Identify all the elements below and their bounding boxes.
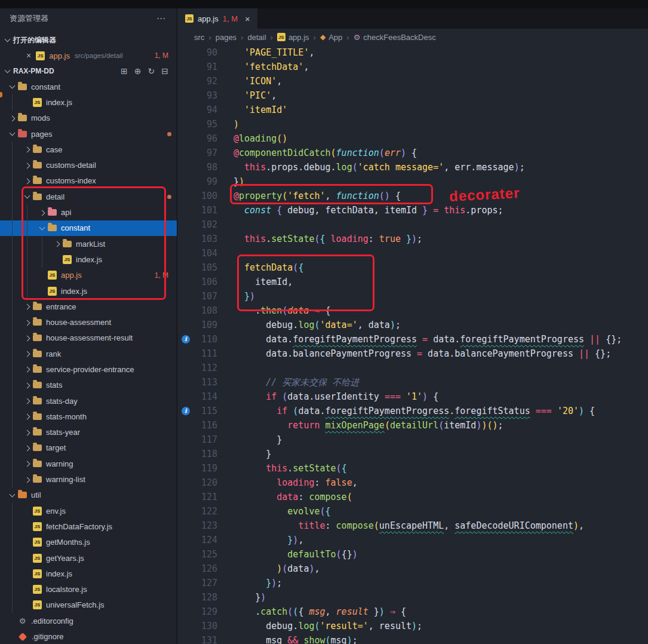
code-line-109[interactable]: 109 debug.log('data=', data); [178,318,648,332]
chevron-down-icon[interactable] [7,487,18,503]
info-icon[interactable]: i [182,335,190,344]
chevron-right-icon[interactable] [22,393,33,409]
chevron-down-icon[interactable] [7,126,18,142]
code-line-125[interactable]: 125 defaultTo({}) [178,547,648,562]
breadcrumb-item-src[interactable]: src [194,33,204,42]
chevron-right-icon[interactable] [22,330,33,346]
code-line-94[interactable]: 94 'itemId' [178,103,648,117]
code-line-101[interactable]: 101 const { debug, fetchData, itemId } =… [178,203,648,217]
code-line-127[interactable]: 127 }); [178,576,648,590]
tree-folder-warning-list[interactable]: warning-list [0,471,177,487]
code-line-116[interactable]: 116 return mixOpenPage(detailUrl(itemId)… [178,418,648,433]
tree-folder-stats-month[interactable]: stats-month [0,409,177,424]
chevron-right-icon[interactable] [22,378,33,393]
tree-file-index.js[interactable]: JSindex.js [0,94,177,110]
tab-app-js[interactable]: JS app.js 1, M × [178,8,257,29]
breadcrumb-item-app-js[interactable]: JSapp.js [277,33,309,42]
code-line-102[interactable]: 102 [178,217,648,232]
tree-folder-entrance[interactable]: entrance [0,299,177,314]
chevron-right-icon[interactable] [22,158,33,173]
tree-folder-markList[interactable]: markList [0,236,177,252]
chevron-right-icon[interactable] [22,315,33,330]
code-line-112[interactable]: 112 [178,361,648,375]
tree-folder-detail[interactable]: detail [0,189,177,204]
tree-folder-util[interactable]: util [0,487,177,503]
breadcrumb-item-checkfeesbackdesc[interactable]: ⚙checkFeesBackDesc [354,33,436,42]
tree-folder-stats[interactable]: stats [0,378,177,393]
code-line-100[interactable]: 100@property('fetch', function() { [178,189,648,203]
refresh-icon[interactable]: ↻ [148,66,155,76]
tree-folder-house-assessment-result[interactable]: house-assessment-result [0,330,177,346]
code-line-126[interactable]: 126 )(data), [178,562,648,576]
code-line-90[interactable]: 90 'PAGE_TITLE', [178,45,648,60]
code-line-91[interactable]: 91 'fetchData', [178,60,648,74]
tree-folder-case[interactable]: case [0,142,177,157]
code-line-120[interactable]: 120 loading: false, [178,476,648,490]
code-line-111[interactable]: 111 data.balancePaymentProgress = data.b… [178,346,648,361]
chevron-down-icon[interactable] [22,189,33,204]
tree-file-fetchDataFactory.js[interactable]: JSfetchDataFactory.js [0,519,177,534]
info-icon[interactable]: i [182,407,190,415]
tree-folder-warning[interactable]: warning [0,456,177,471]
code-line-123[interactable]: 123 title: compose(unEscapeHTML, safeDec… [178,519,648,533]
tree-folder-api[interactable]: api [0,204,177,220]
breadcrumb-item-pages[interactable]: pages [216,33,237,42]
code-line-124[interactable]: 124 }), [178,533,648,547]
code-line-104[interactable]: 104 [178,246,648,260]
close-icon[interactable]: × [26,51,31,60]
code-line-93[interactable]: 93 'PIC', [178,88,648,103]
tree-file-env.js[interactable]: JSenv.js [0,503,177,519]
tree-folder-customs-detail[interactable]: customs-detail [0,157,177,173]
tree-file-app.js[interactable]: JSapp.js1, M [0,268,177,283]
chevron-down-icon[interactable] [7,79,18,94]
chevron-right-icon[interactable] [22,173,33,189]
chevron-right-icon[interactable] [52,236,63,252]
tree-file-index.js[interactable]: JSindex.js [0,252,177,267]
chevron-right-icon[interactable] [22,425,33,440]
code-line-106[interactable]: 106 itemId, [178,275,648,289]
new-file-icon[interactable]: ⊞ [121,66,128,76]
tree-folder-service-provider-entrance[interactable]: service-provider-entrance [0,361,177,377]
code-line-129[interactable]: 129 .catch(({ msg, result }) ⇒ { [178,605,648,619]
tree-folder-constant[interactable]: constant [0,79,177,94]
more-actions-icon[interactable]: ⋯ [156,13,166,24]
chevron-right-icon[interactable] [22,361,33,377]
open-editor-item-app-js[interactable]: × JS app.js src/pages/detail 1, M [0,48,177,63]
collapse-all-icon[interactable]: ⊟ [161,66,168,76]
tree-file-getMonths.js[interactable]: JSgetMonths.js [0,535,177,550]
tree-file-dot-gitignore[interactable]: .gitignore [0,628,177,644]
new-folder-icon[interactable]: ⊕ [134,66,142,76]
tree-folder-rank[interactable]: rank [0,346,177,361]
tree-folder-pages[interactable]: pages [0,126,177,142]
code-line-119[interactable]: 119 this.setState({ [178,461,648,476]
tree-file-localstore.js[interactable]: JSlocalstore.js [0,582,177,597]
tree-folder-constant[interactable]: constant [0,220,177,236]
chevron-right-icon[interactable] [37,205,48,220]
code-line-107[interactable]: 107 }) [178,289,648,303]
code-line-122[interactable]: 122 evolve({ [178,504,648,519]
chevron-right-icon[interactable] [22,472,33,487]
project-section-header[interactable]: RAX-PM-DD ⊞ ⊕ ↻ ⊟ [0,63,177,79]
chevron-down-icon[interactable] [37,220,48,236]
code-line-113[interactable]: 113 // 买家未交保 不给进 [178,375,648,390]
chevron-right-icon[interactable] [22,299,33,314]
code-line-97[interactable]: 97@componentDidCatch(function(err) { [178,146,648,160]
code-line-115[interactable]: i115 if (data.foregiftPaymentProgress.fo… [178,404,648,418]
code-line-117[interactable]: 117 } [178,433,648,447]
tree-file-universalFetch.js[interactable]: JSuniversalFetch.js [0,597,177,613]
code-line-131[interactable]: 131 msg && show(msg); [178,633,648,644]
chevron-right-icon[interactable] [22,142,33,157]
chevron-right-icon[interactable] [22,456,33,471]
tree-folder-stats-day[interactable]: stats-day [0,393,177,409]
tree-file-getYears.js[interactable]: JSgetYears.js [0,550,177,566]
code-line-95[interactable]: 95) [178,117,648,131]
chevron-right-icon[interactable] [22,440,33,456]
code-line-121[interactable]: 121 data: compose( [178,490,648,504]
code-line-103[interactable]: 103 this.setState({ loading: true }); [178,232,648,246]
breadcrumb-item-app[interactable]: ◆App [320,33,342,42]
code-line-105[interactable]: 105 fetchData({ [178,260,648,275]
tree-folder-mods[interactable]: mods [0,111,177,126]
breadcrumb-item-detail[interactable]: detail [247,33,266,42]
close-icon[interactable]: × [245,14,250,24]
code-line-99[interactable]: 99}) [178,174,648,189]
